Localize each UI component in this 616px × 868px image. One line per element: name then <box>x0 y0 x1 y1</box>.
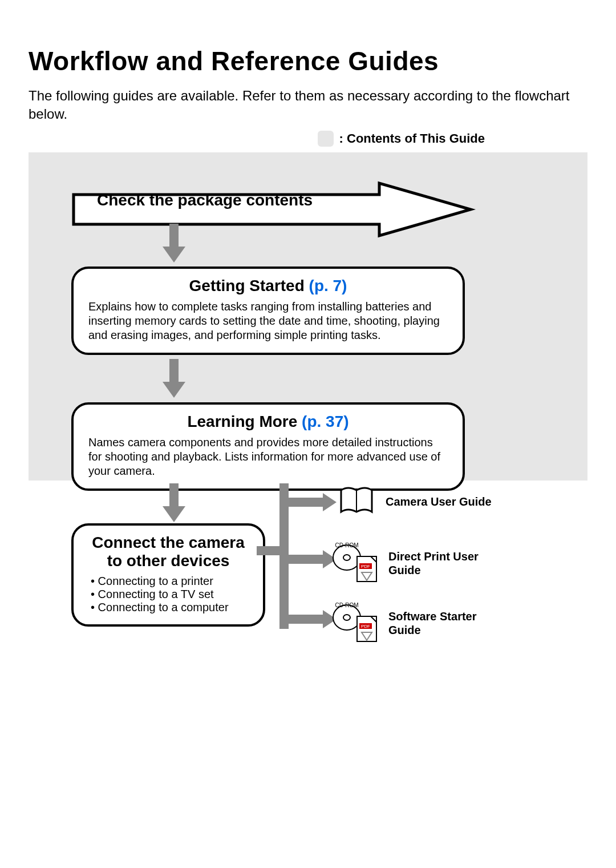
down-arrow-icon <box>157 224 191 264</box>
getting-started-box: Getting Started (p. 7) Explains how to c… <box>71 267 465 355</box>
software-starter-guide-row: CD-ROM PDF Software Starter Guide <box>331 600 508 646</box>
svg-point-23 <box>343 615 350 620</box>
svg-rect-2 <box>169 359 179 382</box>
svg-rect-13 <box>257 546 279 555</box>
direct-print-guide-row: CD-ROM PDF Direct Print User Guide <box>331 540 508 586</box>
svg-marker-5 <box>163 506 185 522</box>
connect-title: Connect the camera to other devices <box>88 534 248 570</box>
camera-user-guide-label: Camera User Guide <box>386 495 492 508</box>
connect-list: Connecting to a printer Connecting to a … <box>88 575 248 614</box>
book-icon <box>337 485 376 519</box>
camera-user-guide-row: Camera User Guide <box>337 485 492 519</box>
svg-rect-4 <box>169 483 179 506</box>
legend-swatch-icon <box>318 131 334 147</box>
getting-started-body: Explains how to complete tasks ranging f… <box>88 300 448 342</box>
software-starter-label: Software Starter Guide <box>388 609 508 637</box>
connect-item: Connecting to a computer <box>91 601 248 614</box>
svg-rect-9 <box>289 555 323 564</box>
svg-marker-3 <box>163 382 185 398</box>
learning-more-box: Learning More (p. 37) Names camera compo… <box>71 402 465 491</box>
svg-point-16 <box>343 555 350 560</box>
learning-more-body: Names camera components and provides mor… <box>88 435 448 478</box>
svg-marker-1 <box>163 247 185 263</box>
down-arrow-icon <box>157 483 191 523</box>
svg-rect-0 <box>169 224 179 247</box>
svg-text:CD-ROM: CD-ROM <box>335 542 358 548</box>
svg-text:PDF: PDF <box>361 624 370 629</box>
legend-text: : Contents of This Guide <box>339 131 485 146</box>
cdrom-pdf-icon: CD-ROM PDF <box>331 540 379 586</box>
svg-rect-11 <box>289 615 323 624</box>
svg-marker-8 <box>323 493 337 511</box>
learning-more-pageref[interactable]: (p. 37) <box>302 413 348 430</box>
cdrom-pdf-icon: CD-ROM PDF <box>331 600 379 646</box>
getting-started-title-text: Getting Started <box>189 277 309 294</box>
getting-started-title: Getting Started (p. 7) <box>88 277 448 295</box>
flowchart: Check the package contents Getting Start… <box>29 152 587 752</box>
step1-label: Check the package contents <box>97 191 313 209</box>
intro-text: The following guides are available. Refe… <box>29 87 587 124</box>
svg-text:PDF: PDF <box>361 564 370 569</box>
getting-started-pageref[interactable]: (p. 7) <box>309 277 347 294</box>
step1-arrow-icon <box>71 181 476 240</box>
svg-text:CD-ROM: CD-ROM <box>335 602 358 608</box>
connect-item: Connecting to a printer <box>91 575 248 588</box>
connect-item: Connecting to a TV set <box>91 588 248 601</box>
learning-more-title-text: Learning More <box>187 413 302 430</box>
legend: : Contents of This Guide <box>29 131 587 147</box>
connect-devices-box: Connect the camera to other devices Conn… <box>71 523 265 627</box>
down-arrow-icon <box>157 359 191 399</box>
page-title: Workflow and Reference Guides <box>29 46 587 76</box>
svg-rect-6 <box>279 483 289 629</box>
branch-arrows-icon <box>257 483 342 631</box>
learning-more-title: Learning More (p. 37) <box>88 413 448 431</box>
svg-rect-7 <box>289 498 323 507</box>
direct-print-label: Direct Print User Guide <box>388 550 508 577</box>
